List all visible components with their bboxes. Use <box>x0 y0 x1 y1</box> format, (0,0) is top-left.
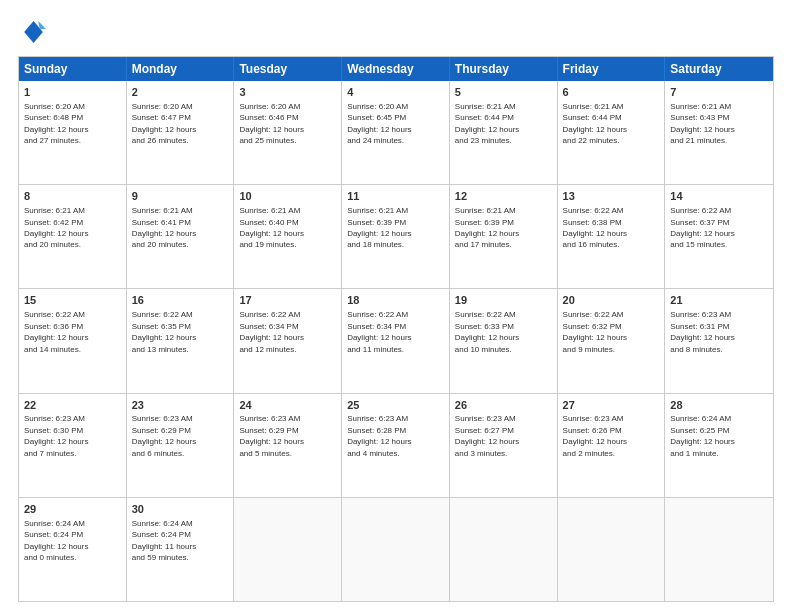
day-number: 30 <box>132 502 229 517</box>
cal-cell-day-10: 10Sunrise: 6:21 AM Sunset: 6:40 PM Dayli… <box>234 185 342 288</box>
day-info: Sunrise: 6:21 AM Sunset: 6:44 PM Dayligh… <box>455 102 519 145</box>
day-number: 29 <box>24 502 121 517</box>
cal-cell-day-29: 29Sunrise: 6:24 AM Sunset: 6:24 PM Dayli… <box>19 498 127 601</box>
page: SundayMondayTuesdayWednesdayThursdayFrid… <box>0 0 792 612</box>
calendar-header: SundayMondayTuesdayWednesdayThursdayFrid… <box>19 57 773 81</box>
cal-cell-day-27: 27Sunrise: 6:23 AM Sunset: 6:26 PM Dayli… <box>558 394 666 497</box>
cal-cell-day-15: 15Sunrise: 6:22 AM Sunset: 6:36 PM Dayli… <box>19 289 127 392</box>
day-info: Sunrise: 6:21 AM Sunset: 6:39 PM Dayligh… <box>455 206 519 249</box>
calendar-row-1: 8Sunrise: 6:21 AM Sunset: 6:42 PM Daylig… <box>19 184 773 288</box>
cal-cell-day-19: 19Sunrise: 6:22 AM Sunset: 6:33 PM Dayli… <box>450 289 558 392</box>
cal-cell-day-30: 30Sunrise: 6:24 AM Sunset: 6:24 PM Dayli… <box>127 498 235 601</box>
calendar-row-4: 29Sunrise: 6:24 AM Sunset: 6:24 PM Dayli… <box>19 497 773 601</box>
day-number: 22 <box>24 398 121 413</box>
day-info: Sunrise: 6:24 AM Sunset: 6:24 PM Dayligh… <box>132 519 196 562</box>
cal-cell-day-18: 18Sunrise: 6:22 AM Sunset: 6:34 PM Dayli… <box>342 289 450 392</box>
day-number: 25 <box>347 398 444 413</box>
day-info: Sunrise: 6:24 AM Sunset: 6:25 PM Dayligh… <box>670 414 734 457</box>
day-info: Sunrise: 6:21 AM Sunset: 6:42 PM Dayligh… <box>24 206 88 249</box>
day-info: Sunrise: 6:22 AM Sunset: 6:34 PM Dayligh… <box>239 310 303 353</box>
cal-cell-day-3: 3Sunrise: 6:20 AM Sunset: 6:46 PM Daylig… <box>234 81 342 184</box>
calendar-row-2: 15Sunrise: 6:22 AM Sunset: 6:36 PM Dayli… <box>19 288 773 392</box>
logo <box>18 18 50 46</box>
header-day-wednesday: Wednesday <box>342 57 450 81</box>
day-info: Sunrise: 6:22 AM Sunset: 6:35 PM Dayligh… <box>132 310 196 353</box>
cal-cell-empty <box>234 498 342 601</box>
day-number: 14 <box>670 189 768 204</box>
day-info: Sunrise: 6:23 AM Sunset: 6:26 PM Dayligh… <box>563 414 627 457</box>
calendar-row-0: 1Sunrise: 6:20 AM Sunset: 6:48 PM Daylig… <box>19 81 773 184</box>
day-info: Sunrise: 6:20 AM Sunset: 6:45 PM Dayligh… <box>347 102 411 145</box>
cal-cell-day-23: 23Sunrise: 6:23 AM Sunset: 6:29 PM Dayli… <box>127 394 235 497</box>
day-info: Sunrise: 6:23 AM Sunset: 6:28 PM Dayligh… <box>347 414 411 457</box>
calendar: SundayMondayTuesdayWednesdayThursdayFrid… <box>18 56 774 602</box>
day-number: 23 <box>132 398 229 413</box>
day-number: 21 <box>670 293 768 308</box>
day-info: Sunrise: 6:21 AM Sunset: 6:39 PM Dayligh… <box>347 206 411 249</box>
day-number: 10 <box>239 189 336 204</box>
day-info: Sunrise: 6:22 AM Sunset: 6:32 PM Dayligh… <box>563 310 627 353</box>
cal-cell-day-16: 16Sunrise: 6:22 AM Sunset: 6:35 PM Dayli… <box>127 289 235 392</box>
day-info: Sunrise: 6:21 AM Sunset: 6:43 PM Dayligh… <box>670 102 734 145</box>
day-info: Sunrise: 6:22 AM Sunset: 6:34 PM Dayligh… <box>347 310 411 353</box>
day-number: 5 <box>455 85 552 100</box>
cal-cell-day-21: 21Sunrise: 6:23 AM Sunset: 6:31 PM Dayli… <box>665 289 773 392</box>
header <box>18 18 774 46</box>
header-day-friday: Friday <box>558 57 666 81</box>
day-number: 28 <box>670 398 768 413</box>
cal-cell-day-2: 2Sunrise: 6:20 AM Sunset: 6:47 PM Daylig… <box>127 81 235 184</box>
day-info: Sunrise: 6:20 AM Sunset: 6:47 PM Dayligh… <box>132 102 196 145</box>
cal-cell-day-14: 14Sunrise: 6:22 AM Sunset: 6:37 PM Dayli… <box>665 185 773 288</box>
day-info: Sunrise: 6:23 AM Sunset: 6:31 PM Dayligh… <box>670 310 734 353</box>
cal-cell-day-9: 9Sunrise: 6:21 AM Sunset: 6:41 PM Daylig… <box>127 185 235 288</box>
day-info: Sunrise: 6:21 AM Sunset: 6:40 PM Dayligh… <box>239 206 303 249</box>
day-number: 6 <box>563 85 660 100</box>
day-info: Sunrise: 6:21 AM Sunset: 6:44 PM Dayligh… <box>563 102 627 145</box>
cal-cell-day-8: 8Sunrise: 6:21 AM Sunset: 6:42 PM Daylig… <box>19 185 127 288</box>
day-info: Sunrise: 6:20 AM Sunset: 6:46 PM Dayligh… <box>239 102 303 145</box>
cal-cell-empty <box>450 498 558 601</box>
day-info: Sunrise: 6:20 AM Sunset: 6:48 PM Dayligh… <box>24 102 88 145</box>
day-number: 19 <box>455 293 552 308</box>
cal-cell-day-26: 26Sunrise: 6:23 AM Sunset: 6:27 PM Dayli… <box>450 394 558 497</box>
day-info: Sunrise: 6:22 AM Sunset: 6:36 PM Dayligh… <box>24 310 88 353</box>
calendar-body: 1Sunrise: 6:20 AM Sunset: 6:48 PM Daylig… <box>19 81 773 601</box>
day-number: 4 <box>347 85 444 100</box>
day-info: Sunrise: 6:23 AM Sunset: 6:29 PM Dayligh… <box>132 414 196 457</box>
cal-cell-day-25: 25Sunrise: 6:23 AM Sunset: 6:28 PM Dayli… <box>342 394 450 497</box>
day-number: 3 <box>239 85 336 100</box>
day-number: 8 <box>24 189 121 204</box>
day-number: 11 <box>347 189 444 204</box>
cal-cell-day-1: 1Sunrise: 6:20 AM Sunset: 6:48 PM Daylig… <box>19 81 127 184</box>
header-day-monday: Monday <box>127 57 235 81</box>
day-number: 15 <box>24 293 121 308</box>
header-day-sunday: Sunday <box>19 57 127 81</box>
cal-cell-day-17: 17Sunrise: 6:22 AM Sunset: 6:34 PM Dayli… <box>234 289 342 392</box>
day-number: 1 <box>24 85 121 100</box>
logo-icon <box>18 18 46 46</box>
cal-cell-day-7: 7Sunrise: 6:21 AM Sunset: 6:43 PM Daylig… <box>665 81 773 184</box>
cal-cell-day-12: 12Sunrise: 6:21 AM Sunset: 6:39 PM Dayli… <box>450 185 558 288</box>
day-number: 20 <box>563 293 660 308</box>
day-info: Sunrise: 6:22 AM Sunset: 6:37 PM Dayligh… <box>670 206 734 249</box>
cal-cell-empty <box>342 498 450 601</box>
header-day-thursday: Thursday <box>450 57 558 81</box>
day-number: 2 <box>132 85 229 100</box>
cal-cell-day-20: 20Sunrise: 6:22 AM Sunset: 6:32 PM Dayli… <box>558 289 666 392</box>
day-info: Sunrise: 6:21 AM Sunset: 6:41 PM Dayligh… <box>132 206 196 249</box>
cal-cell-empty <box>665 498 773 601</box>
cal-cell-day-24: 24Sunrise: 6:23 AM Sunset: 6:29 PM Dayli… <box>234 394 342 497</box>
day-number: 13 <box>563 189 660 204</box>
day-number: 16 <box>132 293 229 308</box>
day-info: Sunrise: 6:24 AM Sunset: 6:24 PM Dayligh… <box>24 519 88 562</box>
day-number: 18 <box>347 293 444 308</box>
calendar-row-3: 22Sunrise: 6:23 AM Sunset: 6:30 PM Dayli… <box>19 393 773 497</box>
day-info: Sunrise: 6:22 AM Sunset: 6:38 PM Dayligh… <box>563 206 627 249</box>
day-number: 9 <box>132 189 229 204</box>
day-info: Sunrise: 6:23 AM Sunset: 6:29 PM Dayligh… <box>239 414 303 457</box>
day-info: Sunrise: 6:22 AM Sunset: 6:33 PM Dayligh… <box>455 310 519 353</box>
cal-cell-day-22: 22Sunrise: 6:23 AM Sunset: 6:30 PM Dayli… <box>19 394 127 497</box>
day-number: 26 <box>455 398 552 413</box>
cal-cell-empty <box>558 498 666 601</box>
day-number: 7 <box>670 85 768 100</box>
